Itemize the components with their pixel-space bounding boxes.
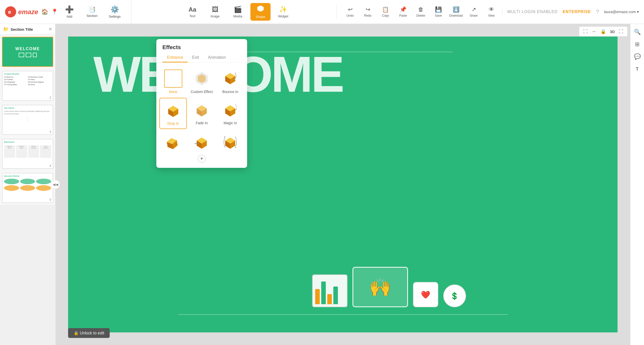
logo-text: emaze xyxy=(18,8,38,16)
user-email[interactable]: laura@emaze.com ▾ xyxy=(604,10,639,14)
logo-icon: e xyxy=(5,6,16,17)
svg-marker-2 xyxy=(257,6,264,12)
undo-icon: ↩ xyxy=(348,6,353,13)
svg-text:e: e xyxy=(8,9,11,15)
unlock-to-edit-button[interactable]: 🔒 Unlock to edit xyxy=(68,328,110,338)
delete-label: Delete xyxy=(416,14,425,17)
sidebar-collapse-button[interactable]: ◀◀ xyxy=(51,180,60,189)
svg-marker-37 xyxy=(224,136,226,137)
slide-3-preview: Our Vision Lorem ipsum dolor sit amet co… xyxy=(3,105,53,134)
effect-roll-in[interactable]: Roll In xyxy=(159,130,187,152)
effect-none[interactable]: None xyxy=(159,67,187,97)
slide-thumb-3[interactable]: Our Vision Lorem ipsum dolor sit amet co… xyxy=(2,105,53,135)
settings-button[interactable]: ⚙️ Settings xyxy=(106,3,124,20)
home-icon[interactable]: 🏠 xyxy=(41,9,48,15)
emaze-logo[interactable]: e emaze xyxy=(5,6,38,17)
section-icon: 📑 xyxy=(89,6,96,13)
none-icon xyxy=(164,70,182,88)
undo-label: Undo xyxy=(346,14,354,17)
lock-icon-small: 🔒 xyxy=(74,331,79,335)
effect-custom[interactable]: Custom Effect xyxy=(188,67,215,97)
canvas-expand-icon[interactable]: ↔ xyxy=(590,28,598,35)
share-icon: ↗ xyxy=(472,6,476,13)
widget-button[interactable]: ✨ Widget xyxy=(273,4,293,20)
section-button[interactable]: 📑 Section xyxy=(83,4,101,20)
chat-panel-button[interactable]: 💬 xyxy=(632,51,643,62)
slide-thumb-4[interactable]: Milestones Start ofYear End ofYear DemoL… xyxy=(2,139,53,169)
magic-label: Magic In xyxy=(224,121,237,125)
copy-icon: 📋 xyxy=(382,6,389,13)
slide-2-title: Content Review xyxy=(4,73,51,75)
right-panel: 🔍 ⊞ 💬 T xyxy=(630,24,644,345)
canvas-3d-button[interactable]: 3D xyxy=(608,28,616,35)
tab-entrance[interactable]: Entrance xyxy=(162,53,188,62)
slide-thumb-1[interactable]: WELCOME 1 xyxy=(2,37,53,67)
main-area: 📁 Section Title ✕ WELCOME 1 xyxy=(0,24,644,345)
user-area: MULTI LOGIN ENABLED ENTERPRISE ? laura@e… xyxy=(502,9,639,15)
canvas-illustration: 🙌 ❤️ 💲 xyxy=(312,267,466,307)
canvas-lock-icon[interactable]: 🔒 xyxy=(599,28,607,35)
view-label: View xyxy=(488,14,495,17)
tab-exit[interactable]: Exit xyxy=(188,53,203,62)
widget-label: Widget xyxy=(278,14,288,18)
text-button[interactable]: Aa Text xyxy=(182,4,202,20)
location-icon[interactable]: 📍 xyxy=(51,9,58,15)
section-label: Section xyxy=(86,14,97,18)
copy-button[interactable]: 📋 Copy xyxy=(377,5,394,19)
download-label: Download xyxy=(449,14,463,17)
collapse-icon: ◀◀ xyxy=(53,182,58,186)
save-icon: 💾 xyxy=(435,6,442,13)
search-panel-button[interactable]: 🔍 xyxy=(632,26,643,38)
widget-icon: ✨ xyxy=(279,6,287,13)
paste-label: Paste xyxy=(399,14,407,17)
save-button[interactable]: 💾 Save xyxy=(430,5,447,19)
help-icon[interactable]: ? xyxy=(596,9,599,15)
sidebar-close-button[interactable]: ✕ xyxy=(48,26,52,32)
copy-label: Copy xyxy=(382,14,389,17)
slide-2-number: 2 xyxy=(49,96,51,100)
image-button[interactable]: 🖼 Image xyxy=(205,4,225,20)
paste-button[interactable]: 📌 Paste xyxy=(395,5,411,19)
undo-button[interactable]: ↩ Undo xyxy=(342,5,358,19)
settings-label: Settings xyxy=(109,15,121,18)
grid-panel-button[interactable]: ⊞ xyxy=(632,39,643,50)
delete-button[interactable]: 🗑 Delete xyxy=(413,5,429,19)
view-button[interactable]: 👁 View xyxy=(483,5,500,19)
effect-slide-in[interactable]: Slide In xyxy=(188,130,215,152)
bounce-icon xyxy=(221,70,239,88)
effects-grid: None Custom Effect xyxy=(156,67,247,152)
canvas-resize-icon[interactable]: ⛶ xyxy=(582,28,589,35)
drop-icon xyxy=(164,101,182,119)
slide-3-number: 3 xyxy=(49,130,51,134)
canvas-fullscreen-icon[interactable]: ⛶ xyxy=(617,28,625,35)
text-format-icon: T xyxy=(636,67,639,72)
sidebar: 📁 Section Title ✕ WELCOME 1 xyxy=(0,24,55,205)
effect-bounce-in[interactable]: Bounce In xyxy=(217,67,244,97)
scroll-down-button[interactable]: ▼ xyxy=(198,155,206,163)
topbar: e emaze 🏠 📍 ➕ Add 📑 Section ⚙️ Settings … xyxy=(0,0,644,24)
slide-thumb-5[interactable]: Success Stories 5 xyxy=(2,173,53,203)
effect-magic-in[interactable]: Magic In xyxy=(217,98,244,129)
shape-button[interactable]: Shape xyxy=(250,3,271,21)
add-button[interactable]: ➕ Add xyxy=(61,3,78,20)
download-button[interactable]: ⬇️ Download xyxy=(448,5,464,19)
media-button[interactable]: 🎬 Media xyxy=(228,4,248,20)
redo-button[interactable]: ↪ Redo xyxy=(360,5,376,19)
tab-animation[interactable]: Animation xyxy=(203,53,230,62)
redo-label: Redo xyxy=(364,14,371,17)
slide-thumb-2[interactable]: Content Review 01 About us 02 Business m… xyxy=(2,71,53,101)
bounce-label: Bounce In xyxy=(222,90,238,94)
toolbar-right: ↩ Undo ↪ Redo 📋 Copy 📌 Paste 🗑 Delete 💾 … xyxy=(337,5,500,19)
presentation-canvas[interactable]: WELCOME 🙌 ❤️ 💲 xyxy=(68,37,618,332)
effect-tilt-in[interactable]: Tilt In xyxy=(217,130,244,152)
slide-1-icons xyxy=(19,53,37,57)
effect-fade-in[interactable]: Fade In xyxy=(188,98,215,129)
view-icon: 👁 xyxy=(489,6,494,13)
image-label: Image xyxy=(211,14,220,18)
share-button[interactable]: ↗ Share xyxy=(465,5,482,19)
chat-icon: 💬 xyxy=(634,53,641,60)
text-format-panel-button[interactable]: T xyxy=(632,64,643,75)
media-icon: 🎬 xyxy=(234,6,242,13)
effect-drop-in[interactable]: Drop In xyxy=(159,98,187,129)
download-icon: ⬇️ xyxy=(453,6,459,13)
